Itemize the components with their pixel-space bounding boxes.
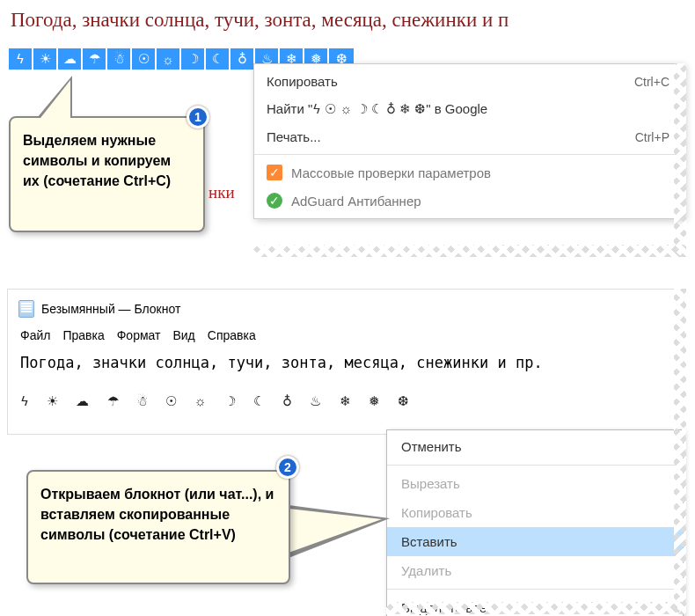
- callout-step-2: Открываем блокнот (или чат...), и вставл…: [26, 470, 290, 584]
- step-badge-2: 2: [276, 456, 299, 479]
- ctx-extension-masscheck[interactable]: ✓ Массовые проверки параметров: [254, 158, 684, 187]
- sun-circle-icon: ☉: [132, 48, 157, 70]
- ctx-find-label: Найти "ϟ ☉ ☼ ☽ ☾ ♁ ❄ ❆" в Google: [267, 101, 669, 117]
- menu-format[interactable]: Формат: [117, 328, 161, 342]
- moon-first-icon: ☽: [181, 48, 206, 70]
- notepad-window: Безымянный — Блокнот Файл Правка Формат …: [7, 289, 684, 435]
- torn-edge-icon: [674, 63, 686, 257]
- torn-edge-icon: [253, 245, 686, 257]
- sun-solid-icon: ☀: [33, 48, 58, 70]
- ctx2-undo-label: Отменить: [401, 439, 669, 454]
- menu-help[interactable]: Справка: [208, 328, 256, 342]
- ctx2-copy[interactable]: Копировать: [387, 498, 683, 527]
- ctx-print[interactable]: Печать... Ctrl+P: [254, 123, 684, 150]
- sun-rays-icon: ☼: [157, 48, 181, 70]
- browser-context-menu: Копировать Ctrl+C Найти "ϟ ☉ ☼ ☽ ☾ ♁ ❄ ❆…: [253, 63, 684, 219]
- ctx-copy-label: Копировать: [267, 74, 634, 89]
- ctx2-cut-label: Вырезать: [401, 476, 669, 491]
- ctx-extension-adguard[interactable]: ✓ AdGuard Антибаннер: [254, 187, 684, 215]
- notepad-text-line[interactable]: Погода, значки солнца, тучи, зонта, меся…: [18, 349, 673, 386]
- notepad-symbols-line[interactable]: ϟ ☀ ☁ ☂ ☃ ☉ ☼ ☽ ☾ ♁ ♨ ❄ ❅ ❆: [18, 386, 673, 434]
- ctx2-paste[interactable]: Вставить: [387, 527, 683, 556]
- notepad-context-menu: Отменить Вырезать Копировать Вставить Уд…: [386, 429, 684, 616]
- callout-step-1: Выделяем нужные символы и копируем их (с…: [9, 116, 205, 232]
- ctx2-copy-label: Копировать: [401, 505, 669, 520]
- earth-icon: ♁: [230, 48, 255, 70]
- torn-edge-icon: [674, 289, 686, 612]
- ctx-separator: [254, 154, 684, 155]
- wrench-icon: ✓: [267, 165, 282, 180]
- callout-arrow-fill-icon: [289, 509, 382, 553]
- ctx-find[interactable]: Найти "ϟ ☉ ☼ ☽ ☾ ♁ ❄ ❆" в Google: [254, 95, 684, 123]
- notepad-titlebar: Безымянный — Блокнот: [18, 297, 673, 325]
- ctx2-separator-1: [387, 465, 683, 466]
- ctx-ext1-label: Массовые проверки параметров: [291, 165, 669, 180]
- ctx2-separator-2: [387, 589, 683, 590]
- snowman-icon: ☃: [107, 48, 132, 70]
- menu-view[interactable]: Вид: [172, 328, 194, 342]
- ctx2-undo[interactable]: Отменить: [387, 432, 683, 461]
- notepad-title-text: Безымянный — Блокнот: [41, 302, 180, 316]
- page-title: Погода, значки солнца, тучи, зонта, меся…: [0, 0, 695, 48]
- ctx-copy-shortcut: Ctrl+C: [634, 75, 669, 89]
- cloud-icon: ☁: [58, 48, 83, 70]
- menu-file[interactable]: Файл: [20, 328, 50, 342]
- umbrella-icon: ☂: [83, 48, 107, 70]
- ctx-print-label: Печать...: [267, 129, 635, 144]
- menu-edit[interactable]: Правка: [62, 328, 104, 342]
- ctx2-paste-label: Вставить: [401, 534, 669, 549]
- ctx-copy[interactable]: Копировать Ctrl+C: [254, 68, 684, 95]
- step-badge-1: 1: [187, 106, 209, 128]
- moon-last-icon: ☾: [206, 48, 230, 70]
- shield-icon: ✓: [267, 193, 282, 209]
- partial-red-text: нки: [208, 183, 235, 202]
- notepad-app-icon: [18, 300, 34, 318]
- ctx2-delete-label: Удалить: [401, 563, 669, 578]
- torn-edge-icon: [386, 602, 685, 614]
- ctx2-cut[interactable]: Вырезать: [387, 469, 683, 498]
- notepad-menubar: Файл Правка Формат Вид Справка: [18, 325, 673, 349]
- ctx-ext2-label: AdGuard Антибаннер: [291, 194, 669, 209]
- ctx2-delete[interactable]: Удалить: [387, 556, 683, 585]
- ctx-print-shortcut: Ctrl+P: [635, 130, 669, 144]
- lightning-icon: ϟ: [9, 48, 33, 70]
